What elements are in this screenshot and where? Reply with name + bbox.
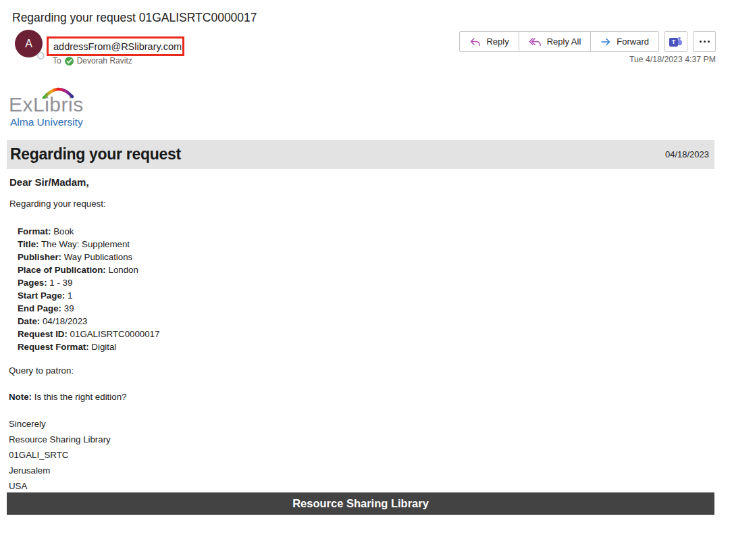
annotation-highlight-box: addressFrom@RSlibrary.com	[47, 36, 184, 56]
forward-icon	[600, 37, 611, 47]
reply-all-button[interactable]: Reply All	[519, 32, 591, 51]
recipient-name[interactable]: Devorah Ravitz	[77, 56, 132, 66]
field-value: 01GALISRTC0000017	[70, 329, 160, 339]
request-field-row: Start Page: 1	[18, 289, 714, 302]
request-field-row: Request Format: Digital	[18, 340, 714, 353]
field-value: 04/18/2023	[43, 316, 88, 326]
field-label: Start Page:	[18, 290, 65, 301]
more-actions-button[interactable]	[693, 31, 716, 52]
ellipsis-icon	[700, 41, 710, 43]
request-fields: Format: Book Title: The Way: Supplement …	[18, 225, 714, 353]
field-value: The Way: Supplement	[41, 239, 130, 249]
banner-title: Regarding your request	[10, 145, 181, 163]
signature-line: Resource Sharing Library	[9, 432, 714, 447]
presence-indicator-icon	[37, 52, 45, 59]
field-label: Place of Publication:	[18, 265, 106, 275]
request-field-row: Date: 04/18/2023	[18, 315, 714, 328]
email-footer-banner: Resource Sharing Library	[7, 492, 714, 515]
teams-icon: T	[669, 36, 683, 47]
note-label: Note:	[9, 392, 32, 402]
field-label: Publisher:	[18, 252, 61, 262]
request-field-row: Format: Book	[18, 225, 714, 238]
request-field-row: Publisher: Way Publications	[18, 251, 714, 263]
institution-name: Alma University	[10, 117, 714, 128]
reply-all-icon	[529, 37, 542, 47]
recipient-check-icon	[65, 57, 74, 66]
field-value: London	[108, 265, 138, 275]
request-field-row: Place of Publication: London	[18, 263, 714, 276]
intro-line: Regarding your request:	[9, 198, 714, 210]
signature-line: Jerusalem	[9, 463, 714, 478]
field-value: 1 - 39	[49, 278, 72, 288]
note-text: Is this the right edition?	[34, 392, 127, 402]
field-label: End Page:	[18, 303, 61, 313]
brand-name: ExLibris	[9, 86, 714, 115]
field-value: 1	[68, 290, 72, 301]
email-body: ExLibris Alma University Regarding your …	[7, 86, 714, 515]
field-value: Book	[53, 226, 74, 236]
request-field-row: Request ID: 01GALISRTC0000017	[18, 328, 714, 340]
forward-label: Forward	[617, 36, 649, 47]
share-to-teams-button[interactable]: T	[664, 31, 687, 52]
field-value: 39	[64, 303, 74, 313]
signature-line: 01GALI_SRTC	[9, 447, 714, 463]
reply-button-group: Reply Reply All Forward	[459, 31, 659, 52]
reply-all-label: Reply All	[547, 36, 581, 47]
field-label: Title:	[18, 239, 39, 249]
request-field-row: End Page: 39	[18, 302, 714, 315]
signature-line: USA	[9, 478, 714, 494]
reply-label: Reply	[486, 36, 508, 47]
message-timestamp: Tue 4/18/2023 4:37 PM	[629, 55, 716, 64]
request-field-row: Pages: 1 - 39	[18, 276, 714, 289]
greeting: Dear Sir/Madam,	[9, 176, 714, 189]
email-subject: Regarding your request 01GALISRTC0000017	[12, 11, 257, 25]
reply-button[interactable]: Reply	[460, 32, 518, 51]
field-label: Pages:	[18, 278, 47, 288]
rainbow-arc-icon	[42, 86, 74, 99]
exlibris-logo: ExLibris Alma University	[9, 86, 714, 130]
sender-avatar[interactable]: A	[15, 30, 43, 57]
field-label: Request Format:	[18, 342, 89, 352]
signature-line: Sincerely	[9, 416, 714, 432]
note-line: Note: Is this the right edition?	[9, 391, 714, 403]
field-value: Way Publications	[64, 252, 133, 262]
footer-library-name: Resource Sharing Library	[292, 497, 429, 510]
avatar-initial: A	[25, 38, 32, 50]
reply-icon	[469, 37, 481, 47]
signature-block: Sincerely Resource Sharing Library 01GAL…	[9, 416, 714, 494]
email-title-banner: Regarding your request 04/18/2023	[7, 140, 714, 169]
field-value: Digital	[91, 342, 116, 352]
banner-date: 04/18/2023	[665, 149, 709, 159]
request-field-row: Title: The Way: Supplement	[18, 238, 714, 251]
recipient-line: To Devorah Ravitz	[53, 56, 132, 66]
message-actions-toolbar: Reply Reply All Forward T	[459, 31, 716, 52]
query-to-patron-label: Query to patron:	[9, 365, 714, 377]
to-label: To	[53, 56, 61, 66]
sender-address[interactable]: addressFrom@RSlibrary.com	[53, 41, 182, 52]
field-label: Format:	[18, 226, 51, 236]
forward-button[interactable]: Forward	[590, 32, 658, 51]
field-label: Date:	[18, 316, 40, 326]
field-label: Request ID:	[18, 329, 68, 339]
